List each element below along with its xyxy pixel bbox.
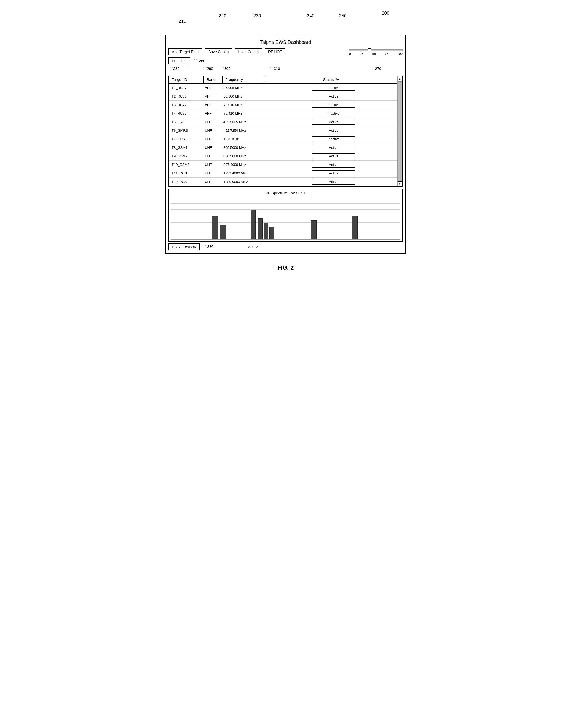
slider-label-50: 50	[372, 52, 376, 56]
status-badge[interactable]: Active	[312, 119, 355, 125]
spectrum-grid-line	[171, 222, 400, 223]
cell-band: UHF	[204, 153, 222, 159]
toolbar-row-2: Freq List ⌒ 260	[168, 57, 403, 64]
status-badge[interactable]: Inactive	[312, 102, 355, 108]
spectrum-bar	[258, 218, 262, 239]
main-ui-box: Talpha EWS Dashboard Add Target Freq Sav…	[165, 35, 406, 254]
table-row[interactable]: T2_RC50 VHF 50.800 MHz Active	[169, 92, 402, 101]
status-badge[interactable]: Active	[312, 170, 355, 176]
scroll-thumb[interactable]	[398, 82, 402, 181]
cell-frequency: 1880.0000 MHz	[222, 179, 265, 185]
annotation-block: 210 220 230 240 250 200	[165, 11, 406, 35]
table-row[interactable]: T6_GMRS UHF 462.7250 MHz Active	[169, 126, 402, 135]
frequency-table: Target ID Band Frequency Status I/A T1_R…	[168, 76, 403, 187]
cell-target-id: T5_FRS	[169, 119, 204, 125]
slider-label-25: 25	[360, 52, 363, 56]
table-header: Target ID Band Frequency Status I/A	[169, 76, 402, 84]
status-badge[interactable]: Active	[312, 179, 355, 185]
status-badge[interactable]: Active	[312, 128, 355, 133]
cell-status: Active	[265, 161, 402, 168]
slider-label-100: 100	[397, 52, 403, 56]
cell-frequency: 1575 KHz	[222, 136, 265, 142]
add-target-freq-button[interactable]: Add Target Freq	[168, 48, 202, 55]
diagram-wrapper: 210 220 230 240 250 200 Talpha EWS Dashb…	[165, 11, 406, 271]
spectrum-bar	[220, 225, 226, 239]
cell-frequency: 897.4000 MHz	[222, 162, 265, 167]
cell-band: VHF	[204, 102, 222, 108]
cell-target-id: T3_RC72	[169, 102, 204, 108]
status-badge[interactable]: Inactive	[312, 85, 355, 91]
table-annotation-row: ⌒280 ⌒290 ⌒300 ⌒310 270	[168, 66, 403, 75]
scroll-up-button[interactable]: ▲	[397, 76, 402, 81]
cell-band: UHF	[204, 162, 222, 167]
post-test-button[interactable]: POST Test OK	[168, 243, 200, 250]
table-row[interactable]: T10_GSM3 UHF 897.4000 MHz Active	[169, 161, 402, 169]
cell-frequency: 50.800 MHz	[222, 94, 265, 99]
status-badge[interactable]: Active	[312, 162, 355, 167]
table-scrollbar[interactable]: ▲ ▼	[397, 76, 402, 186]
status-badge[interactable]: Active	[312, 94, 355, 99]
spectrum-bar	[251, 210, 255, 239]
scroll-down-button[interactable]: ▼	[397, 181, 402, 186]
cell-target-id: T6_GMRS	[169, 128, 204, 133]
spectrum-title: RF Spectrum UWB EST	[170, 191, 401, 195]
spectrum-grid-line	[171, 235, 400, 235]
cell-target-id: T7_GPS	[169, 136, 204, 142]
cell-target-id: T2_RC50	[169, 94, 204, 99]
ref-280: ⌒280	[169, 66, 180, 71]
cell-status: Active	[265, 178, 402, 185]
spectrum-bar	[269, 227, 274, 239]
cell-target-id: T10_GSM3	[169, 162, 204, 167]
ref-210: 210	[179, 19, 186, 24]
cell-target-id: T11_DCS	[169, 170, 204, 176]
col-header-target-id: Target ID	[169, 76, 204, 83]
ref-300: ⌒300	[221, 66, 230, 71]
cell-band: UHF	[204, 145, 222, 150]
cell-band: VHF	[204, 85, 222, 91]
cell-status: Active	[265, 170, 402, 177]
rf-hot-button[interactable]: RF HOT	[265, 48, 286, 55]
ref-200: 200	[382, 11, 389, 16]
spectrum-bar	[263, 223, 268, 239]
rf-slider-track[interactable]	[349, 49, 403, 51]
cell-status: Inactive	[265, 101, 402, 109]
table-row[interactable]: T3_RC72 VHF 72.010 MHz Inactive	[169, 101, 402, 109]
cell-frequency: 836.5000 MHz	[222, 153, 265, 159]
ref-290: ⌒290	[203, 66, 213, 71]
table-row[interactable]: T1_RC27 VHF 26.995 MHz Inactive	[169, 84, 402, 92]
freq-list-button[interactable]: Freq List	[168, 57, 190, 64]
cell-band: UHF	[204, 179, 222, 185]
cell-target-id: T9_GSM2	[169, 153, 204, 159]
table-row[interactable]: T5_FRS UHF 462.5625 MHz Active	[169, 118, 402, 126]
cell-frequency: 462.7250 MHz	[222, 128, 265, 133]
cell-frequency: 809.5000 MHz	[222, 145, 265, 150]
cell-status: Active	[265, 118, 402, 126]
toolbar-row-1: Add Target Freq Save Config Load Config …	[168, 48, 403, 56]
table-row[interactable]: T7_GPS UHF 1575 KHz Inactive	[169, 135, 402, 143]
dashboard-title: Talpha EWS Dashboard	[168, 38, 403, 48]
cell-band: UHF	[204, 170, 222, 176]
table-row[interactable]: T4_RC75 VHF 75.410 MHz Inactive	[169, 109, 402, 118]
col-header-band: Band	[204, 76, 222, 83]
table-row[interactable]: T12_PCS UHF 1880.0000 MHz Active	[169, 178, 402, 186]
table-body: T1_RC27 VHF 26.995 MHz Inactive T2_RC50 …	[169, 84, 402, 186]
spectrum-panel: RF Spectrum UWB EST	[168, 189, 403, 242]
post-test-row: POST Test OK ⌒ 330 320 ↗	[168, 243, 403, 250]
status-badge[interactable]: Inactive	[312, 136, 355, 142]
slider-label-row: 0 25 50 75 100	[349, 52, 403, 56]
table-row[interactable]: T9_GSM2 UHF 836.5000 MHz Active	[169, 152, 402, 161]
table-row[interactable]: T8_GSM1 UHF 809.5000 MHz Active	[169, 143, 402, 152]
status-badge[interactable]: Inactive	[312, 111, 355, 116]
spectrum-grid-line	[171, 229, 400, 229]
load-config-button[interactable]: Load Config	[235, 48, 262, 55]
rf-slider-thumb[interactable]	[368, 48, 371, 52]
cell-band: UHF	[204, 128, 222, 133]
cell-status: Inactive	[265, 135, 402, 143]
spectrum-bar	[352, 216, 358, 239]
status-badge[interactable]: Active	[312, 153, 355, 159]
cell-status: Active	[265, 127, 402, 134]
status-badge[interactable]: Active	[312, 145, 355, 150]
save-config-button[interactable]: Save Config	[205, 48, 232, 55]
table-row[interactable]: T11_DCS UHF 1752.4000 MHz Active	[169, 169, 402, 178]
ref-310-label: ⌒310	[270, 66, 280, 71]
